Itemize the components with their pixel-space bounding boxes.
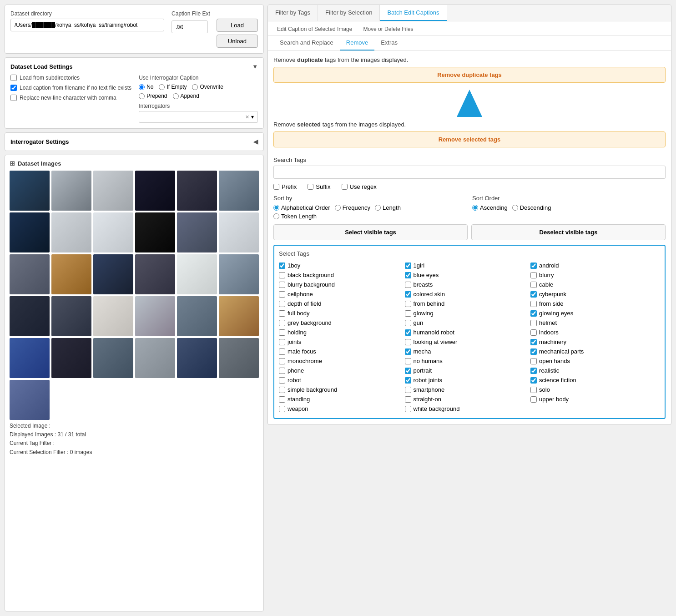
img-thumb-26[interactable]: [51, 338, 91, 378]
img-thumb-7[interactable]: [10, 212, 50, 252]
search-tags-input[interactable]: [273, 166, 666, 179]
tag-checkbox-indoors[interactable]: [530, 329, 537, 336]
remove-duplicate-btn[interactable]: Remove duplicate tags: [273, 67, 666, 83]
tag-entry-humanoid-robot[interactable]: humanoid robot: [405, 328, 531, 337]
tag-entry-no-humans[interactable]: no humans: [405, 356, 531, 366]
tag-checkbox-glowing[interactable]: [405, 310, 411, 317]
tag-entry-1boy[interactable]: 1boy: [279, 261, 405, 270]
tag-checkbox-humanoid-robot[interactable]: [405, 329, 411, 336]
tag-checkbox-from-behind[interactable]: [405, 301, 411, 307]
tag-checkbox-white-background[interactable]: [405, 406, 411, 412]
sort-token-length[interactable]: [273, 213, 279, 219]
tag-checkbox-holding[interactable]: [279, 329, 285, 336]
inner-tab-search-replace[interactable]: Search and Replace: [273, 35, 340, 50]
interrogators-select[interactable]: ✕▾: [139, 111, 258, 123]
tag-checkbox-joints[interactable]: [279, 339, 285, 345]
tag-entry-glowing-eyes[interactable]: glowing eyes: [530, 308, 656, 318]
tag-entry-simple-background[interactable]: simple background: [279, 385, 405, 394]
replace-newline-checkbox[interactable]: [10, 95, 17, 101]
tag-checkbox-cellphone[interactable]: [279, 291, 285, 298]
img-thumb-15[interactable]: [93, 254, 133, 294]
tag-entry-standing[interactable]: standing: [279, 394, 405, 404]
tag-entry-gun[interactable]: gun: [405, 318, 531, 328]
tag-entry-monochrome[interactable]: monochrome: [279, 356, 405, 366]
tag-checkbox-1girl[interactable]: [405, 263, 411, 269]
tag-checkbox-depth-of-field[interactable]: [279, 301, 285, 307]
tag-checkbox-weapon[interactable]: [279, 406, 285, 412]
img-thumb-28[interactable]: [135, 338, 175, 378]
tag-checkbox-machinery[interactable]: [530, 339, 537, 345]
load-subdirs-checkbox[interactable]: [10, 75, 17, 81]
img-thumb-5[interactable]: [177, 171, 217, 211]
tag-checkbox-mecha[interactable]: [405, 348, 411, 355]
sort-ascending[interactable]: [472, 205, 478, 211]
suffix-checkbox[interactable]: [308, 184, 313, 190]
use-regex-checkbox[interactable]: [342, 184, 348, 190]
tag-checkbox-robot-joints[interactable]: [405, 377, 411, 384]
tag-checkbox-looking-at-viewer[interactable]: [405, 339, 411, 345]
tag-entry-smartphone[interactable]: smartphone: [405, 385, 531, 394]
tag-checkbox-phone[interactable]: [279, 368, 285, 374]
tab-batch-edit-captions[interactable]: Batch Edit Captions: [380, 5, 447, 21]
img-thumb-31[interactable]: [10, 380, 50, 420]
tag-entry-cable[interactable]: cable: [530, 280, 656, 289]
tag-entry-mechanical-parts[interactable]: mechanical parts: [530, 347, 656, 356]
tag-entry-mecha[interactable]: mecha: [405, 347, 531, 356]
img-thumb-18[interactable]: [219, 254, 259, 294]
select-visible-btn[interactable]: Select visible tags: [273, 224, 468, 240]
tag-checkbox-helmet[interactable]: [530, 320, 537, 326]
tag-checkbox-mechanical-parts[interactable]: [530, 348, 537, 355]
img-thumb-10[interactable]: [135, 212, 175, 252]
select-dropdown-icon[interactable]: ▾: [251, 114, 254, 120]
load-button[interactable]: Load: [217, 19, 258, 32]
tag-entry-android[interactable]: android: [530, 261, 656, 270]
img-thumb-30[interactable]: [219, 338, 259, 378]
tab-filter-by-tags[interactable]: Filter by Tags: [268, 5, 318, 21]
tag-checkbox-robot[interactable]: [279, 377, 285, 384]
tag-checkbox-portrait[interactable]: [405, 368, 411, 374]
img-thumb-8[interactable]: [51, 212, 91, 252]
tag-checkbox-monochrome[interactable]: [279, 358, 285, 364]
tag-entry-joints[interactable]: joints: [279, 337, 405, 347]
sort-length[interactable]: [375, 205, 381, 211]
tag-entry-cyberpunk[interactable]: cyberpunk: [530, 289, 656, 299]
tag-checkbox-cable[interactable]: [530, 282, 537, 288]
tag-checkbox-grey-background[interactable]: [279, 320, 285, 326]
img-thumb-13[interactable]: [10, 254, 50, 294]
img-thumb-9[interactable]: [93, 212, 133, 252]
tag-checkbox-blurry-background[interactable]: [279, 282, 285, 288]
img-thumb-17[interactable]: [177, 254, 217, 294]
select-clear-icon[interactable]: ✕: [245, 114, 249, 120]
tag-checkbox-colored-skin[interactable]: [405, 291, 411, 298]
tag-checkbox-breasts[interactable]: [405, 282, 411, 288]
img-thumb-16[interactable]: [135, 254, 175, 294]
tag-checkbox-android[interactable]: [530, 263, 537, 269]
prefix-checkbox[interactable]: [273, 184, 279, 190]
img-thumb-29[interactable]: [177, 338, 217, 378]
tag-entry-portrait[interactable]: portrait: [405, 366, 531, 375]
tag-entry-cellphone[interactable]: cellphone: [279, 289, 405, 299]
radio-prepend[interactable]: [139, 93, 145, 99]
caption-ext-input[interactable]: [172, 20, 208, 33]
tag-checkbox-straight-on[interactable]: [405, 396, 411, 403]
tag-entry-breasts[interactable]: breasts: [405, 280, 531, 289]
inner-tab-remove[interactable]: Remove: [340, 35, 374, 50]
tag-checkbox-black-background[interactable]: [279, 272, 285, 278]
img-thumb-11[interactable]: [177, 212, 217, 252]
sort-descending[interactable]: [512, 205, 518, 211]
load-caption-checkbox[interactable]: [10, 85, 17, 91]
unload-button[interactable]: Unload: [217, 35, 258, 48]
tag-entry-robot[interactable]: robot: [279, 375, 405, 385]
tag-checkbox-blurry[interactable]: [530, 272, 537, 278]
tag-entry-full-body[interactable]: full body: [279, 308, 405, 318]
img-thumb-19[interactable]: [10, 296, 50, 336]
img-thumb-1[interactable]: [10, 171, 50, 211]
tag-entry-male-focus[interactable]: male focus: [279, 347, 405, 356]
interrogator-settings-header[interactable]: Interrogator Settings ◀: [10, 138, 258, 145]
img-thumb-4[interactable]: [135, 171, 175, 211]
tag-entry-science-fiction[interactable]: science fiction: [530, 375, 656, 385]
tag-checkbox-no-humans[interactable]: [405, 358, 411, 364]
tag-checkbox-blue-eyes[interactable]: [405, 272, 411, 278]
tag-entry-blue-eyes[interactable]: blue eyes: [405, 270, 531, 280]
tag-checkbox-standing[interactable]: [279, 396, 285, 403]
